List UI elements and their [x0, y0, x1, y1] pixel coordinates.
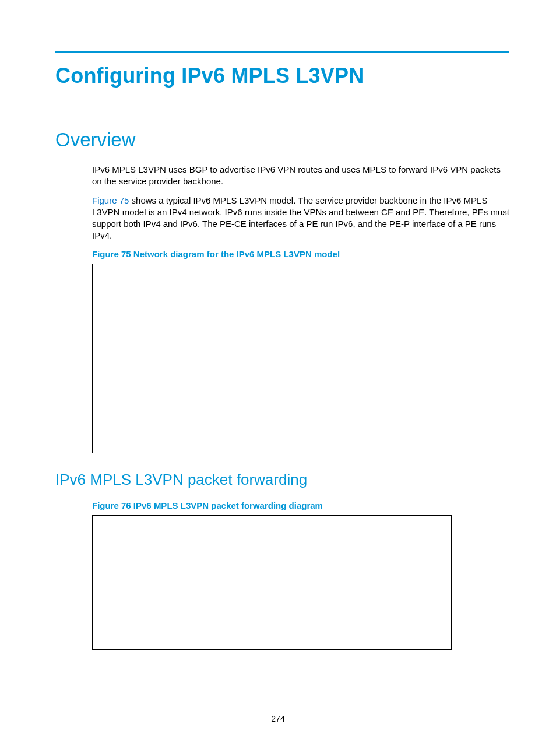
page-content: Configuring IPv6 MPLS L3VPN Overview IPv…: [0, 0, 556, 650]
figure-75-caption: Figure 75 Network diagram for the IPv6 M…: [92, 249, 509, 259]
figure-76-placeholder: [92, 515, 452, 650]
figure-75-xref[interactable]: Figure 75: [92, 195, 129, 205]
section-overview-heading: Overview: [55, 129, 509, 151]
page-title: Configuring IPv6 MPLS L3VPN: [55, 64, 509, 88]
figure-75-placeholder: [92, 264, 381, 453]
overview-para-2-rest: shows a typical IPv6 MPLS L3VPN model. T…: [92, 195, 509, 241]
forwarding-body: Figure 76 IPv6 MPLS L3VPN packet forward…: [92, 501, 509, 650]
overview-body: IPv6 MPLS L3VPN uses BGP to advertise IP…: [92, 164, 509, 453]
section-forwarding-heading: IPv6 MPLS L3VPN packet forwarding: [55, 471, 509, 489]
overview-para-2: Figure 75 shows a typical IPv6 MPLS L3VP…: [92, 195, 509, 242]
page-number: 274: [0, 714, 556, 723]
figure-76-caption: Figure 76 IPv6 MPLS L3VPN packet forward…: [92, 501, 509, 510]
overview-para-1: IPv6 MPLS L3VPN uses BGP to advertise IP…: [92, 164, 509, 188]
top-rule: [55, 51, 509, 53]
